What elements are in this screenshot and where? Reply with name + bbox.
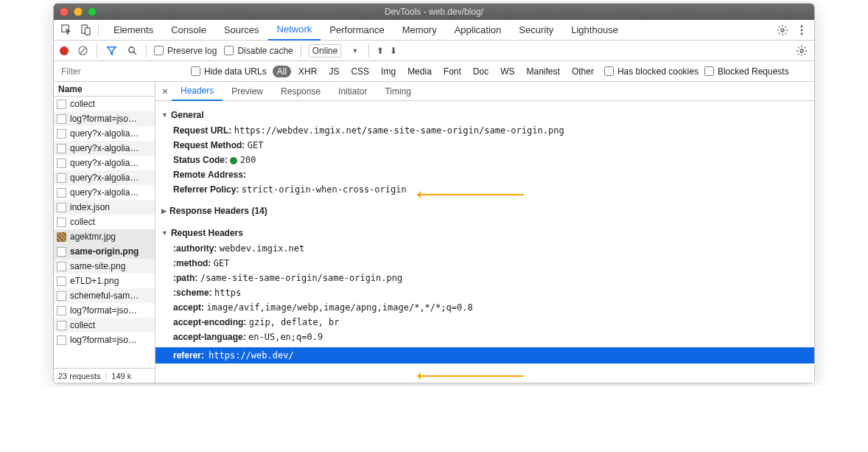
svg-line-10 xyxy=(133,52,136,55)
clear-icon[interactable] xyxy=(76,44,89,58)
type-xhr[interactable]: XHR xyxy=(294,66,321,77)
request-row[interactable]: collect xyxy=(54,318,155,333)
filter-input[interactable] xyxy=(60,64,185,79)
close-icon[interactable]: × xyxy=(158,86,172,97)
request-row[interactable]: same-site.png xyxy=(54,259,155,274)
blocked-requests-checkbox[interactable]: Blocked Requests xyxy=(704,66,789,77)
detail-tab-initiator[interactable]: Initiator xyxy=(329,82,376,101)
detail-body[interactable]: ▼General Request URL: https://webdev.img… xyxy=(155,101,814,383)
arrow-annotation-icon xyxy=(421,194,524,195)
document-icon xyxy=(57,218,66,227)
import-export: ⬆ ⬇ xyxy=(377,46,397,56)
has-blocked-cookies-checkbox[interactable]: Has blocked cookies xyxy=(604,66,699,77)
type-img[interactable]: Img xyxy=(377,66,400,77)
type-other[interactable]: Other xyxy=(567,66,598,77)
document-icon xyxy=(57,247,66,257)
document-icon xyxy=(57,100,66,109)
tab-network[interactable]: Network xyxy=(268,20,321,41)
document-icon xyxy=(57,291,66,301)
request-method-row: Request Method: GET xyxy=(161,138,808,153)
type-font[interactable]: Font xyxy=(439,66,466,77)
request-row[interactable]: query?x-algolia… xyxy=(54,156,155,170)
request-row[interactable]: log?format=jso… xyxy=(54,303,155,318)
tab-elements[interactable]: Elements xyxy=(105,20,162,41)
request-row[interactable]: schemeful-sam… xyxy=(54,288,155,303)
type-css[interactable]: CSS xyxy=(346,66,374,77)
document-icon xyxy=(57,306,66,316)
hide-data-urls-checkbox[interactable]: Hide data URLs xyxy=(191,66,267,77)
document-icon xyxy=(57,129,66,139)
document-icon xyxy=(57,188,66,198)
header-row: :authority: webdev.imgix.net xyxy=(161,241,808,256)
inspect-icon[interactable] xyxy=(60,24,73,37)
request-name: query?x-algolia… xyxy=(70,128,139,139)
tab-application[interactable]: Application xyxy=(446,20,511,41)
type-all[interactable]: All xyxy=(273,66,291,77)
detail-tab-response[interactable]: Response xyxy=(272,82,329,101)
request-row[interactable]: collect xyxy=(54,215,155,229)
type-ws[interactable]: WS xyxy=(496,66,519,77)
request-row[interactable]: query?x-algolia… xyxy=(54,126,155,141)
transfer-size: 149 k xyxy=(111,372,131,380)
request-list[interactable]: collectlog?format=jso…query?x-algolia…qu… xyxy=(54,97,155,368)
tab-performance[interactable]: Performance xyxy=(321,20,393,41)
divider xyxy=(301,44,301,58)
request-row[interactable]: same-origin.png xyxy=(54,244,155,259)
request-row[interactable]: query?x-algolia… xyxy=(54,185,155,200)
request-name: collect xyxy=(70,320,95,330)
record-icon[interactable] xyxy=(60,46,69,55)
tab-console[interactable]: Console xyxy=(162,20,215,41)
detail-tab-headers[interactable]: Headers xyxy=(172,82,223,101)
svg-point-4 xyxy=(801,25,803,27)
request-name: query?x-algolia… xyxy=(70,187,139,198)
status-code-row: Status Code: 200 xyxy=(161,153,808,167)
header-row: accept-language: en-US,en;q=0.9 xyxy=(161,330,808,344)
filter-icon[interactable] xyxy=(105,44,118,58)
search-icon[interactable] xyxy=(125,44,139,58)
general-title[interactable]: ▼General xyxy=(161,107,808,123)
preserve-log-checkbox[interactable]: Preserve log xyxy=(154,46,217,56)
tab-memory[interactable]: Memory xyxy=(393,20,446,41)
document-icon xyxy=(57,335,66,345)
document-icon xyxy=(57,159,66,168)
request-row[interactable]: query?x-algolia… xyxy=(54,141,155,156)
request-row[interactable]: log?format=jso… xyxy=(54,111,155,126)
upload-icon[interactable]: ⬆ xyxy=(377,46,384,56)
tab-security[interactable]: Security xyxy=(510,20,562,41)
throttle-select[interactable]: Online xyxy=(309,44,342,58)
document-icon xyxy=(57,114,66,124)
type-js[interactable]: JS xyxy=(324,66,343,77)
request-row[interactable]: eTLD+1.png xyxy=(54,274,155,288)
type-media[interactable]: Media xyxy=(403,66,436,77)
tab-lighthouse[interactable]: Lighthouse xyxy=(562,20,627,41)
detail-tab-timing[interactable]: Timing xyxy=(376,82,420,101)
disable-cache-checkbox[interactable]: Disable cache xyxy=(224,46,293,56)
type-doc[interactable]: Doc xyxy=(469,66,493,77)
request-name: schemeful-sam… xyxy=(70,291,139,301)
gear-icon[interactable] xyxy=(776,24,789,37)
download-icon[interactable]: ⬇ xyxy=(390,46,397,56)
request-headers-title[interactable]: ▼Request Headers xyxy=(161,225,808,241)
name-column-header[interactable]: Name xyxy=(54,82,155,97)
chevron-down-icon[interactable]: ▼ xyxy=(349,47,361,55)
response-headers-title[interactable]: ▶Response Headers (14) xyxy=(161,203,808,219)
request-row[interactable]: query?x-algolia… xyxy=(54,170,155,185)
request-row[interactable]: collect xyxy=(54,97,155,111)
device-icon[interactable] xyxy=(79,24,92,37)
svg-point-9 xyxy=(128,47,134,53)
request-row[interactable]: log?format=jso… xyxy=(54,333,155,347)
document-icon xyxy=(57,144,66,153)
response-headers-section: ▶Response Headers (14) xyxy=(155,200,814,222)
kebab-icon[interactable] xyxy=(795,24,808,37)
main-tabs: Elements Console Sources Network Perform… xyxy=(105,20,627,41)
detail-tab-preview[interactable]: Preview xyxy=(223,82,272,101)
status-dot-icon xyxy=(230,157,237,164)
preserve-log-label: Preserve log xyxy=(167,46,217,56)
type-manifest[interactable]: Manifest xyxy=(522,66,564,77)
network-settings-icon[interactable] xyxy=(795,44,808,58)
request-row[interactable]: agektmr.jpg xyxy=(54,229,155,244)
request-detail-pane: × Headers Preview Response Initiator Tim… xyxy=(155,82,814,383)
tab-sources[interactable]: Sources xyxy=(215,20,268,41)
request-list-pane: Name collectlog?format=jso…query?x-algol… xyxy=(54,82,155,383)
request-row[interactable]: index.json xyxy=(54,200,155,215)
